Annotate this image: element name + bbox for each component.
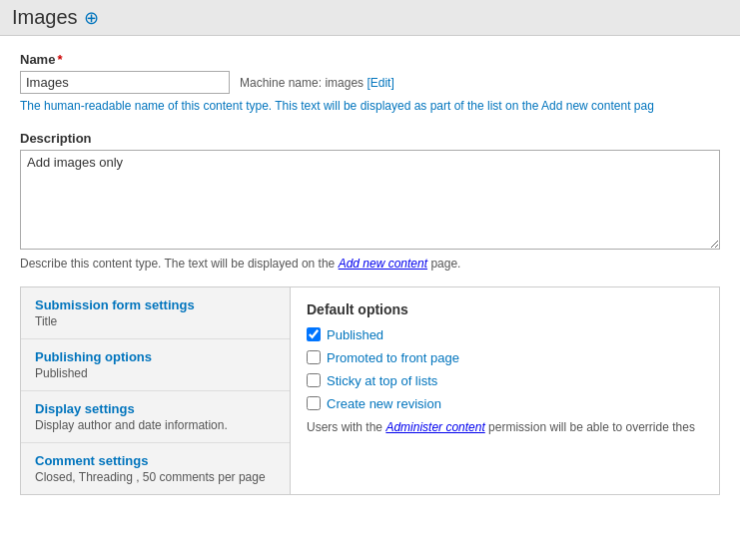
submission-form-subtitle: Title xyxy=(35,314,276,328)
option-sticky-row: Sticky at top of lists xyxy=(307,373,703,388)
publishing-options-subtitle: Published xyxy=(35,366,276,380)
name-row: Machine name: images [Edit] xyxy=(20,71,720,94)
comment-settings-link[interactable]: Comment settings xyxy=(35,453,148,468)
machine-name-label: Machine name: images [Edit] xyxy=(240,76,394,90)
name-input[interactable] xyxy=(20,71,230,94)
revision-checkbox[interactable] xyxy=(307,396,321,410)
published-checkbox[interactable] xyxy=(307,327,321,341)
machine-name-edit-link[interactable]: [Edit] xyxy=(367,76,393,90)
option-frontpage-row: Promoted to front page xyxy=(307,350,703,365)
name-label: Name* xyxy=(20,52,720,67)
page-title: Images xyxy=(12,6,78,29)
name-hint: The human-readable name of this content … xyxy=(20,98,720,115)
content-area: Name* Machine name: images [Edit] The hu… xyxy=(0,36,740,511)
sticky-label[interactable]: Sticky at top of lists xyxy=(327,373,437,388)
override-hint: Users with the Administer content permis… xyxy=(307,419,703,436)
frontpage-checkbox[interactable] xyxy=(307,350,321,364)
publishing-options-item[interactable]: Publishing options Published xyxy=(21,339,290,391)
page-header: Images ⊕ xyxy=(0,0,740,36)
revision-label[interactable]: Create new revision xyxy=(327,396,441,411)
required-indicator: * xyxy=(57,52,62,67)
published-label[interactable]: Published xyxy=(327,327,383,342)
option-published-row: Published xyxy=(307,327,703,342)
sticky-checkbox[interactable] xyxy=(307,373,321,387)
display-settings-subtitle: Display author and date information. xyxy=(35,418,276,432)
description-hint: Describe this content type. The text wil… xyxy=(20,257,720,271)
submission-form-settings-link[interactable]: Submission form settings xyxy=(35,297,195,312)
comment-settings-subtitle: Closed, Threading , 50 comments per page xyxy=(35,470,276,484)
description-label: Description xyxy=(20,131,720,146)
description-field-group: Description Add images only Describe thi… xyxy=(20,131,720,271)
publishing-options-link[interactable]: Publishing options xyxy=(35,349,152,364)
comment-settings-item[interactable]: Comment settings Closed, Threading , 50 … xyxy=(21,443,290,494)
option-revision-row: Create new revision xyxy=(307,396,703,411)
display-settings-link[interactable]: Display settings xyxy=(35,401,135,416)
submission-form-settings-item[interactable]: Submission form settings Title xyxy=(21,287,290,339)
description-textarea[interactable]: Add images only xyxy=(20,150,720,250)
add-icon[interactable]: ⊕ xyxy=(84,7,99,29)
administer-content-link[interactable]: Administer content xyxy=(385,420,484,434)
add-new-content-link[interactable]: Add new content xyxy=(339,257,427,271)
left-panel: Submission form settings Title Publishin… xyxy=(21,287,291,494)
frontpage-label[interactable]: Promoted to front page xyxy=(327,350,459,365)
default-options-heading: Default options xyxy=(307,301,703,317)
front-page-link[interactable]: front page xyxy=(400,350,459,365)
display-settings-item[interactable]: Display settings Display author and date… xyxy=(21,391,290,443)
settings-panel: Submission form settings Title Publishin… xyxy=(20,286,720,495)
right-panel: Default options Published Promoted to fr… xyxy=(291,287,719,494)
name-field-group: Name* Machine name: images [Edit] The hu… xyxy=(20,52,720,115)
